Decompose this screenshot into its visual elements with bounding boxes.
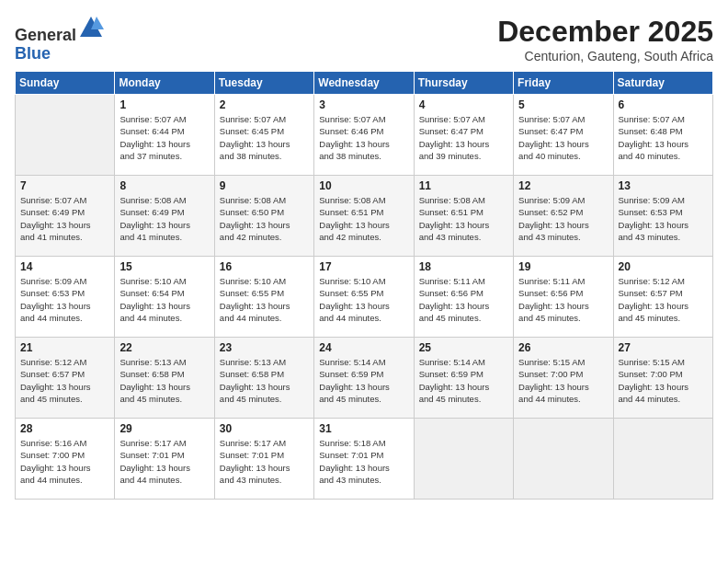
day-number: 31 — [319, 422, 408, 435]
day-info: Sunrise: 5:13 AMSunset: 6:58 PMDaylight:… — [220, 356, 309, 405]
day-number: 27 — [619, 341, 708, 354]
logo: General Blue — [15, 15, 104, 63]
calendar: SundayMondayTuesdayWednesdayThursdayFrid… — [15, 71, 713, 500]
day-number: 25 — [419, 341, 508, 354]
day-number: 6 — [619, 98, 708, 111]
day-info: Sunrise: 5:17 AMSunset: 7:01 PMDaylight:… — [220, 437, 309, 486]
day-info: Sunrise: 5:16 AMSunset: 7:00 PMDaylight:… — [20, 437, 109, 486]
day-info: Sunrise: 5:08 AMSunset: 6:50 PMDaylight:… — [220, 194, 309, 243]
day-number: 7 — [20, 179, 109, 192]
day-info: Sunrise: 5:18 AMSunset: 7:01 PMDaylight:… — [319, 437, 408, 486]
day-number: 12 — [518, 179, 608, 192]
day-info: Sunrise: 5:07 AMSunset: 6:47 PMDaylight:… — [419, 113, 508, 162]
calendar-cell: 22Sunrise: 5:13 AMSunset: 6:58 PMDayligh… — [115, 338, 214, 419]
calendar-week-1: 1Sunrise: 5:07 AMSunset: 6:44 PMDaylight… — [16, 95, 713, 176]
day-info: Sunrise: 5:07 AMSunset: 6:45 PMDaylight:… — [220, 113, 309, 162]
calendar-cell: 27Sunrise: 5:15 AMSunset: 7:00 PMDayligh… — [613, 338, 712, 419]
day-number: 24 — [319, 341, 408, 354]
day-number: 20 — [619, 260, 708, 273]
day-info: Sunrise: 5:10 AMSunset: 6:55 PMDaylight:… — [319, 275, 408, 324]
day-info: Sunrise: 5:09 AMSunset: 6:53 PMDaylight:… — [619, 194, 708, 243]
calendar-cell: 21Sunrise: 5:12 AMSunset: 6:57 PMDayligh… — [16, 338, 115, 419]
day-info: Sunrise: 5:07 AMSunset: 6:46 PMDaylight:… — [319, 113, 408, 162]
location-subtitle: Centurion, Gauteng, South Africa — [497, 49, 713, 63]
weekday-header-sunday: Sunday — [16, 72, 115, 95]
logo-blue-text: Blue — [15, 44, 51, 63]
calendar-cell — [514, 419, 613, 500]
weekday-header-thursday: Thursday — [414, 72, 513, 95]
calendar-cell: 24Sunrise: 5:14 AMSunset: 6:59 PMDayligh… — [314, 338, 414, 419]
day-number: 13 — [619, 179, 708, 192]
day-info: Sunrise: 5:08 AMSunset: 6:49 PMDaylight:… — [119, 194, 209, 243]
day-number: 8 — [119, 179, 209, 192]
day-number: 10 — [319, 179, 408, 192]
day-number: 17 — [319, 260, 408, 273]
day-number: 16 — [220, 260, 309, 273]
calendar-cell: 28Sunrise: 5:16 AMSunset: 7:00 PMDayligh… — [16, 419, 115, 500]
header: General Blue December 2025 Centurion, Ga… — [15, 15, 713, 63]
calendar-week-4: 21Sunrise: 5:12 AMSunset: 6:57 PMDayligh… — [16, 338, 713, 419]
day-number: 28 — [20, 422, 109, 435]
day-number: 23 — [220, 341, 309, 354]
calendar-week-2: 7Sunrise: 5:07 AMSunset: 6:49 PMDaylight… — [16, 176, 713, 257]
calendar-cell: 17Sunrise: 5:10 AMSunset: 6:55 PMDayligh… — [314, 257, 414, 338]
calendar-cell — [414, 419, 513, 500]
calendar-cell: 2Sunrise: 5:07 AMSunset: 6:45 PMDaylight… — [214, 95, 313, 176]
calendar-cell: 7Sunrise: 5:07 AMSunset: 6:49 PMDaylight… — [16, 176, 115, 257]
weekday-header-saturday: Saturday — [613, 72, 712, 95]
weekday-header-wednesday: Wednesday — [314, 72, 414, 95]
calendar-cell: 5Sunrise: 5:07 AMSunset: 6:47 PMDaylight… — [514, 95, 613, 176]
day-number: 29 — [119, 422, 209, 435]
day-number: 3 — [319, 98, 408, 111]
calendar-cell: 31Sunrise: 5:18 AMSunset: 7:01 PMDayligh… — [314, 419, 414, 500]
day-info: Sunrise: 5:07 AMSunset: 6:49 PMDaylight:… — [20, 194, 109, 243]
day-number: 26 — [518, 341, 608, 354]
calendar-cell: 1Sunrise: 5:07 AMSunset: 6:44 PMDaylight… — [115, 95, 214, 176]
calendar-cell: 26Sunrise: 5:15 AMSunset: 7:00 PMDayligh… — [514, 338, 613, 419]
day-info: Sunrise: 5:07 AMSunset: 6:44 PMDaylight:… — [119, 113, 209, 162]
day-number: 1 — [119, 98, 209, 111]
day-number: 19 — [518, 260, 608, 273]
day-number: 18 — [419, 260, 508, 273]
day-info: Sunrise: 5:07 AMSunset: 6:47 PMDaylight:… — [518, 113, 608, 162]
calendar-cell: 6Sunrise: 5:07 AMSunset: 6:48 PMDaylight… — [613, 95, 712, 176]
calendar-cell: 16Sunrise: 5:10 AMSunset: 6:55 PMDayligh… — [214, 257, 313, 338]
calendar-cell: 18Sunrise: 5:11 AMSunset: 6:56 PMDayligh… — [414, 257, 513, 338]
title-block: December 2025 Centurion, Gauteng, South … — [497, 15, 713, 63]
day-number: 4 — [419, 98, 508, 111]
day-info: Sunrise: 5:17 AMSunset: 7:01 PMDaylight:… — [119, 437, 209, 486]
calendar-cell — [613, 419, 712, 500]
day-number: 22 — [119, 341, 209, 354]
calendar-cell: 29Sunrise: 5:17 AMSunset: 7:01 PMDayligh… — [115, 419, 214, 500]
day-number: 9 — [220, 179, 309, 192]
day-info: Sunrise: 5:08 AMSunset: 6:51 PMDaylight:… — [419, 194, 508, 243]
weekday-header-friday: Friday — [514, 72, 613, 95]
calendar-cell: 10Sunrise: 5:08 AMSunset: 6:51 PMDayligh… — [314, 176, 414, 257]
day-info: Sunrise: 5:13 AMSunset: 6:58 PMDaylight:… — [119, 356, 209, 405]
calendar-cell: 4Sunrise: 5:07 AMSunset: 6:47 PMDaylight… — [414, 95, 513, 176]
day-number: 30 — [220, 422, 309, 435]
calendar-cell — [16, 95, 115, 176]
day-info: Sunrise: 5:07 AMSunset: 6:48 PMDaylight:… — [619, 113, 708, 162]
day-number: 21 — [20, 341, 109, 354]
day-info: Sunrise: 5:12 AMSunset: 6:57 PMDaylight:… — [619, 275, 708, 324]
month-title: December 2025 — [497, 15, 713, 49]
calendar-cell: 9Sunrise: 5:08 AMSunset: 6:50 PMDaylight… — [214, 176, 313, 257]
logo-general-text: General — [15, 26, 76, 44]
day-info: Sunrise: 5:15 AMSunset: 7:00 PMDaylight:… — [518, 356, 608, 405]
weekday-header-tuesday: Tuesday — [214, 72, 313, 95]
day-info: Sunrise: 5:09 AMSunset: 6:52 PMDaylight:… — [518, 194, 608, 243]
calendar-cell: 12Sunrise: 5:09 AMSunset: 6:52 PMDayligh… — [514, 176, 613, 257]
day-number: 11 — [419, 179, 508, 192]
day-number: 15 — [119, 260, 209, 273]
calendar-cell: 20Sunrise: 5:12 AMSunset: 6:57 PMDayligh… — [613, 257, 712, 338]
calendar-week-5: 28Sunrise: 5:16 AMSunset: 7:00 PMDayligh… — [16, 419, 713, 500]
calendar-cell: 11Sunrise: 5:08 AMSunset: 6:51 PMDayligh… — [414, 176, 513, 257]
day-info: Sunrise: 5:14 AMSunset: 6:59 PMDaylight:… — [419, 356, 508, 405]
day-number: 2 — [220, 98, 309, 111]
logo-icon — [78, 15, 104, 40]
calendar-cell: 13Sunrise: 5:09 AMSunset: 6:53 PMDayligh… — [613, 176, 712, 257]
day-number: 5 — [518, 98, 608, 111]
calendar-cell: 25Sunrise: 5:14 AMSunset: 6:59 PMDayligh… — [414, 338, 513, 419]
calendar-cell: 3Sunrise: 5:07 AMSunset: 6:46 PMDaylight… — [314, 95, 414, 176]
